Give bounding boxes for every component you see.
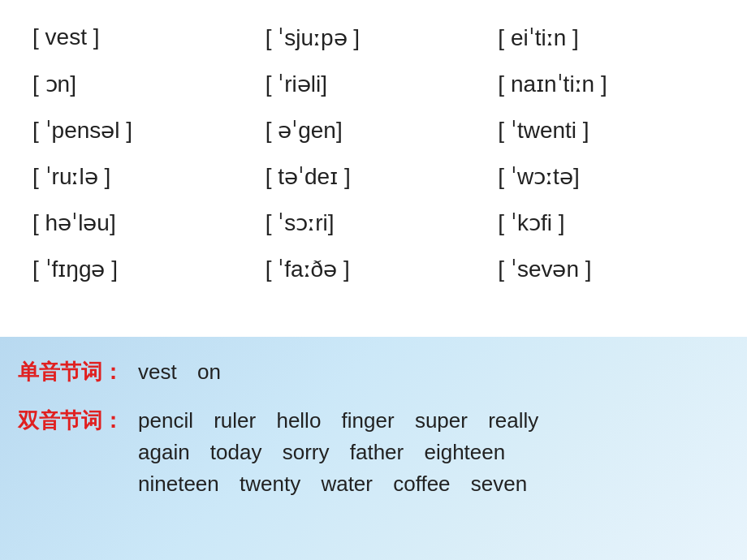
word: water — [321, 468, 373, 500]
word: finger — [342, 405, 395, 437]
phonetic-cell: [ ˈsɔːri] — [257, 200, 490, 246]
phonetics-section: [ vest ] [ ˈsjuːpə ] [ eiˈtiːn ] [ ɔn] [… — [0, 0, 747, 337]
double-syllable-label: 双音节词： — [0, 405, 138, 435]
word: ruler — [214, 405, 256, 437]
word: on — [197, 356, 221, 388]
word: sorry — [283, 437, 330, 468]
single-syllable-words: vest on — [138, 356, 747, 388]
phonetic-cell: [ ˈwɔːtə] — [490, 153, 723, 200]
word: pencil — [138, 405, 193, 437]
phonetic-grid: [ vest ] [ ˈsjuːpə ] [ eiˈtiːn ] [ ɔn] [… — [24, 15, 723, 292]
double-syllable-row: 双音节词： pencil ruler hello finger super re… — [0, 400, 747, 505]
phonetic-cell: [ ˈpensəl ] — [24, 107, 257, 153]
word: really — [488, 405, 538, 437]
phonetic-cell: [ ˈtwenti ] — [490, 107, 723, 153]
word: twenty — [240, 468, 300, 500]
phonetic-cell: [ ˈkɔfi ] — [490, 200, 723, 246]
phonetic-cell: [ ˈfɪŋgə ] — [24, 246, 257, 292]
phonetic-cell: [ vest ] — [24, 15, 257, 61]
phonetic-cell: [ əˈgen] — [257, 107, 490, 153]
phonetic-cell: [ təˈdeɪ ] — [257, 153, 490, 200]
word: eighteen — [424, 437, 505, 468]
single-syllable-row: 单音节词： vest on — [0, 351, 747, 400]
phonetic-cell: [ həˈləu] — [24, 200, 257, 246]
word: super — [415, 405, 468, 437]
double-syllable-words: pencil ruler hello finger super really a… — [138, 405, 747, 500]
phonetic-cell: [ eiˈtiːn ] — [490, 15, 723, 61]
phonetic-cell: [ naɪnˈtiːn ] — [490, 61, 723, 107]
word: seven — [471, 468, 527, 500]
word: again — [138, 437, 190, 468]
phonetic-cell: [ ˈsjuːpə ] — [257, 15, 490, 61]
word: vest — [138, 356, 177, 388]
word: nineteen — [138, 468, 219, 500]
phonetic-cell: [ ˈruːlə ] — [24, 153, 257, 200]
word: father — [350, 437, 404, 468]
phonetic-cell: [ ɔn] — [24, 61, 257, 107]
word: hello — [276, 405, 321, 437]
word: coffee — [393, 468, 450, 500]
word: today — [210, 437, 262, 468]
phonetic-cell: [ ˈsevən ] — [490, 246, 723, 292]
phonetic-cell: [ ˈfaːðə ] — [257, 246, 490, 292]
vocab-section: 单音节词： vest on 双音节词： pencil ruler hello f… — [0, 337, 747, 560]
phonetic-cell: [ ˈriəli] — [257, 61, 490, 107]
single-syllable-label: 单音节词： — [0, 356, 138, 386]
